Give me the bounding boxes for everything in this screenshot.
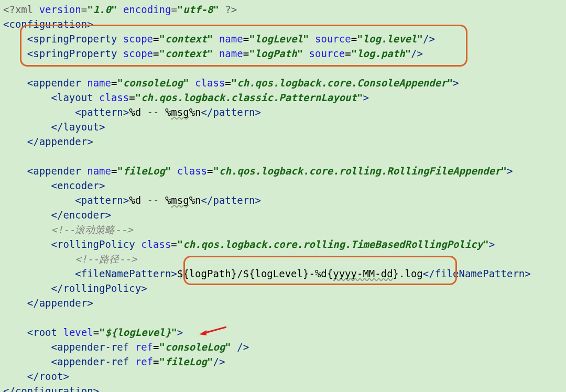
line-appenderref-2: <appender-ref ref="fileLog"/> xyxy=(3,356,225,367)
line-pattern-2: <pattern>%d -- %msg%n</pattern> xyxy=(3,194,261,206)
line-root-open: <root level="${logLevel}"> xyxy=(3,326,183,338)
line-appender-file-open: <appender name="fileLog" class="ch.qos.l… xyxy=(3,165,513,177)
tag-configuration-open: <configuration> xyxy=(3,18,93,30)
line-root-close: </root> xyxy=(3,371,69,382)
line-rollingPolicy-close: </rollingPolicy> xyxy=(3,282,147,294)
line-appender-file-close: </appender> xyxy=(3,297,93,309)
line-fileNamePattern: <fileNamePattern>${logPath}/${logLevel}-… xyxy=(3,268,531,279)
line-comment-1: <!--滚动策略--> xyxy=(3,224,133,235)
tag-configuration-close: </configuration> xyxy=(3,385,99,392)
prolog: <?xml version="1.0" encoding="utf-8" ?> xyxy=(3,4,237,15)
line-rollingPolicy-open: <rollingPolicy class="ch.qos.logback.cor… xyxy=(3,238,495,250)
line-appenderref-1: <appender-ref ref="consoleLog" /> xyxy=(3,341,249,353)
blank-1 xyxy=(3,62,9,74)
blank-2 xyxy=(3,150,9,162)
line-springProperty-1: <springProperty scope="context" name="lo… xyxy=(3,33,435,45)
line-appender-console-close: </appender> xyxy=(3,136,93,147)
code-block: <?xml version="1.0" encoding="utf-8" ?> … xyxy=(3,2,564,392)
line-comment-2: <!--路径--> xyxy=(3,253,137,265)
blank-3 xyxy=(3,312,9,323)
line-layout-close: </layout> xyxy=(3,121,105,133)
line-encoder-close: </encoder> xyxy=(3,209,111,221)
line-encoder-open: <encoder> xyxy=(3,180,105,191)
line-appender-console-open: <appender name="consoleLog" class="ch.qo… xyxy=(3,77,459,89)
line-pattern-1: <pattern>%d -- %msg%n</pattern> xyxy=(3,106,261,118)
line-springProperty-2: <springProperty scope="context" name="lo… xyxy=(3,48,423,59)
line-layout-open: <layout class="ch.qos.logback.classic.Pa… xyxy=(3,92,369,103)
